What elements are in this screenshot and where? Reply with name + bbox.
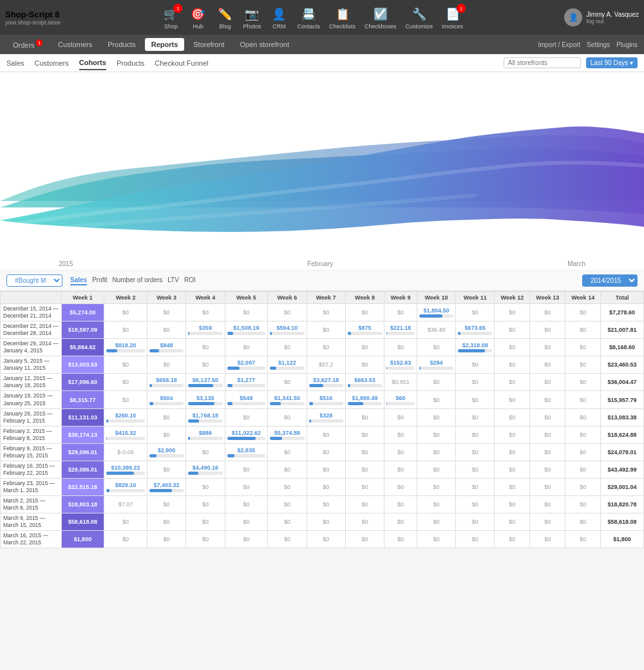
table-cell: $0	[417, 391, 455, 408]
table-cell: $0	[307, 339, 345, 356]
main-nav-item-customers[interactable]: Customers	[52, 38, 99, 51]
table-cell: $0	[565, 478, 601, 495]
row-label: March 9, 2015 —March 15, 2015	[1, 513, 62, 531]
sub-nav-item-products[interactable]: Products	[117, 57, 144, 70]
table-cell: $0	[186, 339, 225, 356]
main-nav-item-open-storefront[interactable]: Open storefront	[234, 38, 296, 51]
row-label: January 12, 2015 —January 18, 2015	[1, 374, 62, 391]
table-row: January 5, 2015 —January 11, 2015$13,003…	[1, 356, 644, 374]
table-cell: $0	[268, 513, 307, 531]
table-cell: $7.07	[104, 496, 147, 513]
table-cell: $0	[456, 374, 495, 391]
table-cell: $3,135	[186, 391, 225, 408]
table-cell: $0	[530, 531, 565, 548]
table-cell: $0	[565, 356, 601, 374]
row-label: February 16, 2015 —February 22, 2015	[1, 461, 62, 478]
table-cell: $0	[307, 478, 345, 495]
table-cell: $0	[456, 391, 495, 408]
year-select[interactable]: 2014/2015	[582, 274, 638, 287]
table-row: January 19, 2015 —January 25, 2015$8,315…	[1, 391, 644, 408]
date-filter[interactable]: Last 90 Days ▾	[586, 57, 638, 68]
table-cell: $0	[530, 356, 565, 374]
table-cell: $359	[186, 321, 225, 339]
logout-link[interactable]: log out	[586, 18, 639, 24]
sub-nav-item-cohorts[interactable]: Cohorts	[79, 56, 106, 70]
table-cell: $0	[225, 513, 268, 531]
main-nav-item-storefront[interactable]: Storefront	[187, 38, 231, 51]
table-cell: $0	[186, 513, 225, 531]
main-nav-item-reports[interactable]: Reports	[145, 38, 185, 51]
table-cell: $0	[104, 374, 147, 391]
table-cell: $0	[186, 478, 225, 495]
top-icon-hub[interactable]: 🎯Hub	[189, 5, 207, 30]
top-icon-contacts[interactable]: 📇Contacts	[297, 5, 320, 30]
metric-tab-number-of-orders[interactable]: Number of orders	[112, 276, 162, 285]
table-cell: $0	[307, 304, 345, 321]
table-cell: $0	[147, 356, 185, 374]
table-header-week-13: Week 13	[530, 292, 565, 304]
table-cell: $0	[384, 478, 417, 495]
table-cell: $29,086.01	[61, 461, 104, 478]
main-nav-item-orders[interactable]: Orders1	[6, 37, 49, 52]
icon-label: Photos	[243, 23, 261, 30]
table-row: February 9, 2015 —February 15, 2015$29,0…	[1, 443, 644, 461]
table-header-week-5: Week 5	[225, 292, 268, 304]
table-cell: $0	[345, 356, 384, 374]
table-cell: $0	[530, 408, 565, 426]
table-cell: $0	[530, 443, 565, 461]
table-cell: $0	[268, 531, 307, 548]
metric-tab-roi[interactable]: ROI	[184, 276, 196, 285]
main-nav-item-products[interactable]: Products	[101, 38, 142, 51]
main-nav-right-item[interactable]: Plugins	[616, 41, 638, 48]
top-icon-invoices[interactable]: 📄Invoices1	[442, 5, 463, 30]
row-label: January 5, 2015 —January 11, 2015	[1, 356, 62, 374]
table-cell: $18,597.09	[61, 321, 104, 339]
table-cell: $0	[565, 531, 601, 548]
table-cell: $0	[417, 339, 455, 356]
sub-nav-item-customers[interactable]: Customers	[35, 57, 69, 70]
table-cell: $0	[345, 304, 384, 321]
row-label: January 26, 2015 —February 1, 2015	[1, 408, 62, 426]
table-cell: $0	[565, 513, 601, 531]
table-cell: $0	[307, 321, 345, 339]
metric-tab-sales[interactable]: Sales	[70, 276, 87, 285]
storefront-search[interactable]	[504, 57, 581, 68]
table-cell: $0	[147, 304, 185, 321]
top-icon-shop[interactable]: 🛒Shop1	[162, 5, 180, 30]
sub-nav-right: Last 90 Days ▾	[504, 57, 638, 68]
table-cell: $0	[417, 461, 455, 478]
top-icon-checklists[interactable]: 📋Checklists	[329, 5, 355, 30]
table-cell: $11,022.62	[225, 426, 268, 443]
table-cell: $5,374.88	[268, 426, 307, 443]
table-cell: $0	[104, 321, 147, 339]
table-header-week-10: Week 10	[417, 292, 455, 304]
table-row: January 12, 2015 —January 18, 2015$17,09…	[1, 374, 644, 391]
top-icons: 🛒Shop1🎯Hub✏️Blog📷Photos👤CRM📇Contacts📋Che…	[71, 5, 554, 30]
table-cell: $0	[268, 304, 307, 321]
top-icon-customize[interactable]: 🔧Customize	[406, 5, 433, 30]
table-cell: $0	[225, 478, 268, 495]
table-cell: $18,803.18	[61, 496, 104, 513]
sub-nav-item-sales[interactable]: Sales	[6, 57, 24, 70]
brand: Shop-Script 8 your.shop-script.store	[5, 10, 61, 26]
cohort-select[interactable]: #Bought M	[6, 274, 62, 287]
top-icon-blog[interactable]: ✏️Blog	[216, 5, 234, 30]
metric-tab-profit[interactable]: Profit	[92, 276, 107, 285]
row-label: February 2, 2015 —February 8, 2015	[1, 426, 62, 443]
row-label: December 15, 2014 —December 21, 2014	[1, 304, 62, 321]
table-cell: $0	[345, 496, 384, 513]
table-cell: $0	[268, 478, 307, 495]
table-cell: $0	[530, 496, 565, 513]
main-nav-right-item[interactable]: Import / Export	[538, 41, 580, 48]
sub-nav-item-checkout funnel[interactable]: Checkout Funnel	[155, 57, 208, 70]
top-icon-crm[interactable]: 👤CRM	[270, 5, 288, 30]
table-cell: $0	[495, 426, 530, 443]
main-nav-right-item[interactable]: Settings	[587, 41, 610, 48]
table-cell: $0	[456, 426, 495, 443]
top-icon-checkboxes[interactable]: ☑️Checkboxes	[365, 5, 397, 30]
table-cell: $58,618.08	[61, 513, 104, 531]
metric-tab-ltv[interactable]: LTV	[167, 276, 179, 285]
table-cell: $0	[345, 443, 384, 461]
table-cell: $0	[307, 461, 345, 478]
top-icon-photos[interactable]: 📷Photos	[243, 5, 261, 30]
